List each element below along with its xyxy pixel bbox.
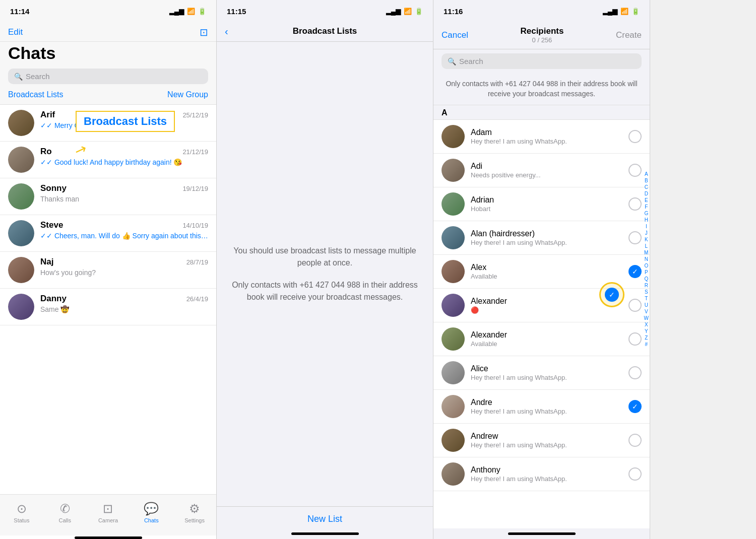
contact-check-alice[interactable]: [628, 366, 642, 379]
signal-icon-2: ▂▄▆: [386, 8, 401, 15]
contact-item-adam[interactable]: Adam Hey there! I am using WhatsApp.: [433, 120, 650, 154]
recipients-search-wrap[interactable]: 🔍 Search: [442, 53, 642, 69]
alpha-d[interactable]: D: [644, 191, 649, 197]
alpha-p[interactable]: P: [644, 270, 649, 276]
alpha-m[interactable]: M: [644, 250, 649, 256]
avatar-naj: [8, 257, 34, 283]
new-list-button[interactable]: New List: [307, 514, 342, 524]
alpha-h[interactable]: H: [644, 217, 649, 223]
alpha-l[interactable]: L: [644, 243, 649, 249]
contact-item-andrew[interactable]: Andrew Hey there! I am using WhatsApp.: [433, 424, 650, 457]
contact-list: Adam Hey there! I am using WhatsApp. Adi…: [433, 120, 650, 528]
contact-check-andre[interactable]: ✓: [628, 400, 642, 413]
alpha-w[interactable]: W: [644, 315, 649, 321]
screen-recipients: 11:16 ▂▄▆ 📶 🔋 Cancel Recipients 0 / 256 …: [433, 0, 650, 539]
signal-icon: ▂▄▆: [169, 8, 184, 15]
contact-check-adam[interactable]: [628, 130, 642, 143]
alpha-g[interactable]: G: [644, 211, 649, 217]
alpha-i[interactable]: I: [644, 224, 649, 230]
chat-item-danny[interactable]: Danny 26/4/19 Same 🤠: [0, 289, 216, 325]
chats-tab-label: Chats: [144, 517, 159, 523]
signal-icon-3: ▂▄▆: [603, 8, 617, 15]
alpha-hash[interactable]: #: [644, 342, 649, 348]
avatar-danny: [8, 294, 34, 320]
contact-item-alexander1[interactable]: Alexander 🔴: [433, 289, 650, 322]
contact-status-andrew: Hey there! I am using WhatsApp.: [471, 441, 622, 449]
avatar-alexander2: [442, 327, 465, 351]
contact-item-adi[interactable]: Adi Needs positive energy...: [433, 154, 650, 187]
compose-button[interactable]: ⊡: [200, 26, 208, 38]
chat-item-ro[interactable]: Ro 21/12/19 ✓✓ Good luck! And happy birt…: [0, 142, 216, 178]
alpha-k[interactable]: K: [644, 237, 649, 243]
alpha-f[interactable]: F: [644, 204, 649, 210]
chat-name-sonny: Sonny: [40, 183, 67, 193]
contact-status-alex: Available: [471, 273, 622, 280]
calls-tab-label: Calls: [58, 517, 71, 523]
chat-item-naj[interactable]: Naj 28/7/19 How's you going?: [0, 252, 216, 289]
tab-camera[interactable]: ⊡ Camera: [93, 502, 123, 523]
create-button[interactable]: Create: [616, 30, 642, 40]
alpha-r[interactable]: R: [644, 283, 649, 289]
contact-status-alexander1: 🔴: [471, 306, 622, 314]
contact-check-andrew[interactable]: [628, 434, 642, 447]
alpha-u[interactable]: U: [644, 302, 649, 308]
chat-header-sonny: Sonny 19/12/19: [40, 183, 208, 193]
alpha-y[interactable]: Y: [644, 328, 649, 334]
chat-preview-arif: ✓✓ Merry Christmas!: [40, 121, 208, 130]
broadcast-nav-title: Broadcast Lists: [293, 26, 357, 36]
contact-item-alexander2[interactable]: Alexander Available: [433, 322, 650, 356]
broadcast-lists-link[interactable]: Broadcast Lists: [8, 90, 63, 99]
alpha-v[interactable]: V: [644, 309, 649, 315]
tab-settings[interactable]: ⚙ Settings: [179, 502, 210, 523]
edit-button[interactable]: Edit: [8, 27, 23, 37]
alpha-z[interactable]: Z: [644, 335, 649, 341]
time-1: 11:14: [10, 7, 29, 16]
chat-content-sonny: Sonny 19/12/19 Thanks man: [40, 183, 208, 204]
tab-chats[interactable]: 💬 Chats: [136, 502, 166, 523]
alphabet-sidebar: A B C D E F G H I J K L M N O P Q R S T …: [644, 171, 649, 348]
chat-item-arif[interactable]: Arif 25/12/19 ✓✓ Merry Christmas!: [0, 105, 216, 142]
contact-check-adi[interactable]: [628, 164, 642, 177]
contact-name-alice: Alice: [471, 364, 622, 373]
alpha-t[interactable]: T: [644, 296, 649, 302]
search-wrap[interactable]: 🔍 Search: [8, 69, 208, 84]
contact-item-adrian[interactable]: Adrian Hobart: [433, 187, 650, 221]
avatar-alex: [442, 260, 465, 283]
back-button[interactable]: ‹: [225, 26, 228, 37]
contact-item-anthony[interactable]: Anthony Hey there! I am using WhatsApp.: [433, 457, 650, 491]
alpha-q[interactable]: Q: [644, 276, 649, 282]
contact-check-alexander2[interactable]: [628, 332, 642, 346]
alpha-n[interactable]: N: [644, 256, 649, 262]
alpha-b[interactable]: B: [644, 178, 649, 184]
alpha-c[interactable]: C: [644, 184, 649, 190]
alpha-e[interactable]: E: [644, 197, 649, 204]
chat-preview-naj: How's you going?: [40, 268, 208, 277]
new-group-link[interactable]: New Group: [167, 90, 208, 99]
contact-item-alice[interactable]: Alice Hey there! I am using WhatsApp.: [433, 356, 650, 390]
contact-item-alan[interactable]: Alan (hairdresser) Hey there! I am using…: [433, 221, 650, 255]
tab-status[interactable]: ⊙ Status: [7, 502, 37, 523]
contact-check-alan[interactable]: [628, 231, 642, 244]
avatar-ro: [8, 147, 34, 173]
tab-calls[interactable]: ✆ Calls: [50, 502, 80, 523]
contact-item-alex[interactable]: Alex Available ✓: [433, 255, 650, 289]
alpha-a[interactable]: A: [644, 171, 649, 177]
alpha-s[interactable]: S: [644, 289, 649, 295]
alpha-j[interactable]: J: [644, 230, 649, 236]
chat-item-steve[interactable]: Steve 14/10/19 ✓✓ Cheers, man. Will do 👍…: [0, 215, 216, 252]
contact-check-anthony[interactable]: [628, 467, 642, 481]
contact-check-alex[interactable]: ✓: [628, 265, 642, 278]
contact-status-alexander2: Available: [471, 340, 622, 348]
chat-item-sonny[interactable]: Sonny 19/12/19 Thanks man: [0, 178, 216, 215]
contact-check-adrian[interactable]: [628, 197, 642, 211]
contact-info-alexander2: Alexander Available: [471, 330, 622, 348]
contact-check-alexander1[interactable]: [628, 299, 642, 312]
alpha-x[interactable]: X: [644, 322, 649, 328]
chat-date-naj: 28/7/19: [186, 258, 208, 266]
contact-item-andre[interactable]: Andre Hey there! I am using WhatsApp. ✓: [433, 390, 650, 424]
contact-info-adrian: Adrian Hobart: [471, 195, 622, 213]
alpha-o[interactable]: O: [644, 263, 649, 269]
chat-header-arif: Arif 25/12/19: [40, 110, 208, 120]
cancel-button[interactable]: Cancel: [442, 30, 468, 40]
contact-name-alexander1: Alexander: [471, 297, 622, 306]
